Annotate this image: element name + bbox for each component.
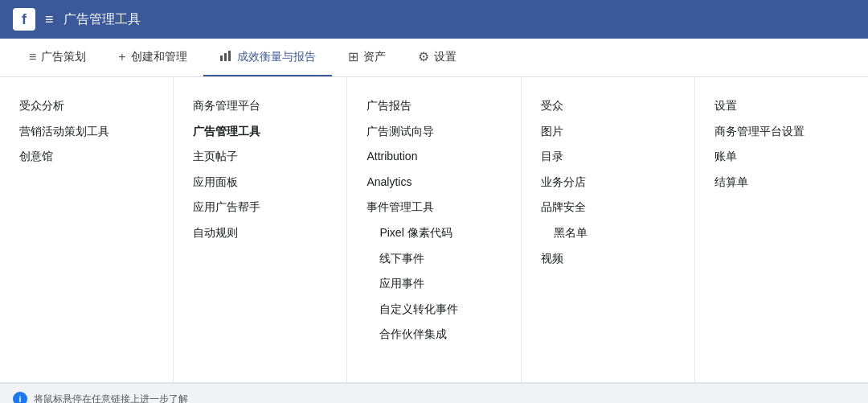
list-item[interactable]: 创意馆 [19, 144, 154, 170]
nav-item-assets[interactable]: ⊞ 资产 [332, 39, 402, 76]
list-item[interactable]: 商务管理平台设置 [714, 119, 849, 145]
list-item[interactable]: 广告管理工具 [193, 119, 327, 145]
nav-label-settings: 设置 [434, 50, 457, 64]
list-item[interactable]: 应用事件 [366, 271, 501, 297]
nav-label-ad-planning: 广告策划 [41, 50, 86, 64]
list-item[interactable]: 应用广告帮手 [193, 195, 327, 220]
bottom-bar-text: 将鼠标悬停在任意链接上进一步了解 [34, 393, 188, 404]
dropdown-area: 受众分析 营销活动策划工具 创意馆 商务管理平台 广告管理工具 主页帖子 应用面… [0, 77, 868, 383]
list-item[interactable]: 应用面板 [193, 170, 327, 195]
list-item[interactable]: 视频 [541, 246, 675, 272]
svg-rect-2 [228, 51, 231, 61]
dropdown-col-measure-report: 广告报告 广告测试向导 Attribution Analytics 事件管理工具… [347, 77, 521, 382]
dropdown-col-ad-planning: 受众分析 营销活动策划工具 创意馆 [0, 77, 174, 382]
list-item[interactable]: 设置 [714, 93, 849, 119]
nav-label-create-manage: 创建和管理 [131, 50, 187, 64]
nav-icon-list: ≡ [29, 50, 36, 64]
list-item[interactable]: 自动规则 [193, 220, 327, 246]
info-icon: i [13, 392, 27, 403]
list-item[interactable]: 广告测试向导 [366, 119, 501, 145]
list-item[interactable]: 黑名单 [541, 220, 675, 246]
svg-rect-1 [224, 53, 227, 61]
list-item[interactable]: 商务管理平台 [193, 93, 327, 119]
list-item[interactable]: 目录 [541, 144, 675, 170]
list-item[interactable]: Attribution [366, 144, 501, 170]
nav-item-settings[interactable]: ⚙ 设置 [402, 39, 473, 76]
list-item[interactable]: 品牌安全 [541, 195, 675, 220]
top-bar: f ≡ 广告管理工具 [0, 0, 868, 39]
nav-icon-gear: ⚙ [418, 49, 429, 64]
bottom-bar: i 将鼠标悬停在任意链接上进一步了解 [0, 383, 868, 403]
list-item[interactable]: 事件管理工具 [366, 195, 501, 220]
list-item[interactable]: Pixel 像素代码 [366, 220, 501, 246]
svg-rect-0 [220, 56, 223, 61]
dropdown-col-assets: 受众 图片 目录 业务分店 品牌安全 黑名单 视频 [522, 77, 695, 382]
nav-item-ad-planning[interactable]: ≡ 广告策划 [13, 39, 102, 76]
nav-icon-chart [219, 49, 232, 65]
list-item[interactable]: 受众 [541, 93, 675, 119]
list-item[interactable]: 自定义转化事件 [366, 297, 501, 323]
nav-icon-plus: + [118, 50, 125, 64]
list-item[interactable]: 营销活动策划工具 [19, 119, 154, 145]
list-item[interactable]: 主页帖子 [193, 144, 327, 170]
dropdown-col-create-manage: 商务管理平台 广告管理工具 主页帖子 应用面板 应用广告帮手 自动规则 [174, 77, 347, 382]
col-list-settings: 设置 商务管理平台设置 账单 结算单 [714, 93, 849, 195]
col-list-ad-planning: 受众分析 营销活动策划工具 创意馆 [19, 93, 154, 170]
list-item[interactable]: 账单 [714, 144, 849, 170]
nav-label-measure-report: 成效衡量与报告 [237, 50, 316, 64]
nav-label-assets: 资产 [363, 50, 386, 64]
nav-item-create-manage[interactable]: + 创建和管理 [102, 39, 203, 76]
main-nav: ≡ 广告策划 + 创建和管理 成效衡量与报告 ⊞ 资产 ⚙ 设置 [0, 39, 868, 77]
dropdown-col-settings: 设置 商务管理平台设置 账单 结算单 [695, 77, 868, 382]
menu-icon[interactable]: ≡ [45, 11, 54, 28]
list-item[interactable]: 线下事件 [366, 246, 501, 272]
top-bar-title: 广告管理工具 [63, 11, 141, 28]
list-item[interactable]: 广告报告 [366, 93, 501, 119]
list-item[interactable]: 图片 [541, 119, 675, 145]
list-item[interactable]: 结算单 [714, 170, 849, 195]
col-list-measure-report: 广告报告 广告测试向导 Attribution Analytics 事件管理工具… [366, 93, 501, 347]
list-item[interactable]: 合作伙伴集成 [366, 322, 501, 347]
nav-item-measure-report[interactable]: 成效衡量与报告 [203, 39, 332, 76]
fb-logo: f [13, 8, 35, 31]
list-item[interactable]: 受众分析 [19, 93, 154, 119]
list-item[interactable]: Analytics [366, 170, 501, 195]
col-list-create-manage: 商务管理平台 广告管理工具 主页帖子 应用面板 应用广告帮手 自动规则 [193, 93, 327, 246]
col-list-assets: 受众 图片 目录 业务分店 品牌安全 黑名单 视频 [541, 93, 675, 271]
list-item[interactable]: 业务分店 [541, 170, 675, 195]
nav-icon-grid: ⊞ [348, 49, 358, 64]
